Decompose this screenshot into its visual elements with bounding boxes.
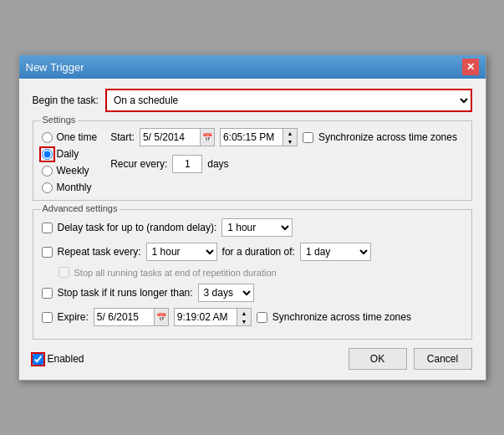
schedule-right-panel: Start: 📅 ▲ ▼ Syn xyxy=(110,128,462,193)
ok-button[interactable]: OK xyxy=(349,348,407,370)
repeat-task-select[interactable]: 1 hour 30 minutes 2 hours xyxy=(146,243,217,261)
expire-label: Expire: xyxy=(58,311,89,323)
daily-label: Daily xyxy=(57,148,79,160)
expire-time-field: ▲ ▼ xyxy=(174,308,252,326)
expire-checkbox[interactable] xyxy=(42,312,53,323)
stop-longer-select[interactable]: 3 days 1 hour 2 hours xyxy=(198,284,254,302)
new-trigger-dialog: New Trigger ✕ Begin the task: On a sched… xyxy=(18,54,486,381)
start-time-input[interactable] xyxy=(220,128,283,146)
close-button[interactable]: ✕ xyxy=(462,59,479,75)
daily-radio[interactable] xyxy=(42,149,53,160)
expire-date-input[interactable] xyxy=(94,308,154,326)
stop-running-checkbox xyxy=(59,267,69,278)
sync-timezones-label: Synchronize across time zones xyxy=(318,131,457,143)
enabled-label: Enabled xyxy=(48,353,84,365)
one-time-option[interactable]: One time xyxy=(42,131,98,143)
start-time-spinner[interactable]: ▲ ▼ xyxy=(283,128,298,146)
settings-inner: One time Daily Weekly Monthly xyxy=(42,128,463,193)
expire-time-input[interactable] xyxy=(174,308,237,326)
expire-sync-checkbox[interactable] xyxy=(257,312,267,323)
stop-longer-row: Stop task if it runs longer than: 3 days… xyxy=(42,284,463,302)
weekly-label: Weekly xyxy=(57,165,89,177)
expire-sync-label: Synchronize across time zones xyxy=(272,311,411,323)
delay-task-checkbox[interactable] xyxy=(42,223,53,233)
monthly-radio[interactable] xyxy=(42,182,53,193)
begin-task-select[interactable]: On a schedule At log on At startup xyxy=(107,90,471,110)
cancel-button[interactable]: Cancel xyxy=(414,348,472,370)
dialog-buttons: OK Cancel xyxy=(349,348,472,370)
enabled-checkbox[interactable] xyxy=(33,354,43,365)
repeat-task-row: Repeat task every: 1 hour 30 minutes 2 h… xyxy=(42,243,463,261)
monthly-option[interactable]: Monthly xyxy=(42,182,98,193)
weekly-radio[interactable] xyxy=(42,166,53,177)
time-down-icon[interactable]: ▼ xyxy=(283,137,297,146)
title-bar: New Trigger ✕ xyxy=(19,55,486,79)
time-up-icon[interactable]: ▲ xyxy=(283,129,297,137)
delay-task-row: Delay task for up to (random delay): 1 h… xyxy=(42,218,463,237)
daily-option[interactable]: Daily xyxy=(42,148,98,160)
stop-running-note: Stop all running tasks at end of repetit… xyxy=(59,267,463,278)
footer-row: Enabled OK Cancel xyxy=(33,348,472,370)
expire-time-spinner[interactable]: ▲ ▼ xyxy=(237,308,252,326)
advanced-settings-group: Advanced settings Delay task for up to (… xyxy=(33,209,472,340)
duration-label: for a duration of: xyxy=(222,246,295,258)
expire-date-field: 📅 xyxy=(94,308,169,326)
start-date-field: 📅 xyxy=(140,128,215,146)
begin-task-label: Begin the task: xyxy=(33,95,99,106)
settings-group: Settings One time Daily Weekly xyxy=(33,120,472,201)
duration-select[interactable]: 1 day 30 minutes Indefinitely xyxy=(300,243,371,261)
sync-timezones-checkbox[interactable] xyxy=(303,132,313,143)
expire-row: Expire: 📅 ▲ ▼ Synchronize across time zo… xyxy=(42,308,463,326)
advanced-group-title: Advanced settings xyxy=(40,203,120,213)
recurrence-radio-group: One time Daily Weekly Monthly xyxy=(42,128,98,193)
enabled-row: Enabled xyxy=(33,353,84,365)
start-time-field: ▲ ▼ xyxy=(220,128,298,146)
start-row: Start: 📅 ▲ ▼ Syn xyxy=(110,128,462,146)
stop-longer-label: Stop task if it runs longer than: xyxy=(58,287,193,299)
dialog-title: New Trigger xyxy=(26,61,84,74)
weekly-option[interactable]: Weekly xyxy=(42,165,98,177)
begin-task-select-wrapper: On a schedule At log on At startup xyxy=(105,89,472,112)
one-time-label: One time xyxy=(57,131,98,143)
begin-task-row: Begin the task: On a schedule At log on … xyxy=(33,89,472,112)
expire-time-up-icon[interactable]: ▲ xyxy=(237,309,251,317)
repeat-task-label: Repeat task every: xyxy=(58,246,141,258)
stop-longer-checkbox[interactable] xyxy=(42,288,53,299)
recur-value-input[interactable] xyxy=(172,155,202,173)
delay-task-label: Delay task for up to (random delay): xyxy=(58,222,217,233)
recur-row: Recur every: days xyxy=(110,155,462,173)
dialog-content: Begin the task: On a schedule At log on … xyxy=(19,79,486,380)
expire-time-down-icon[interactable]: ▼ xyxy=(237,317,251,325)
recur-label: Recur every: xyxy=(110,158,167,170)
start-label: Start: xyxy=(110,131,135,143)
monthly-label: Monthly xyxy=(57,182,92,193)
one-time-radio[interactable] xyxy=(42,132,53,143)
repeat-task-checkbox[interactable] xyxy=(42,247,53,258)
start-date-calendar-icon[interactable]: 📅 xyxy=(200,128,215,146)
settings-group-title: Settings xyxy=(40,115,79,125)
start-date-input[interactable] xyxy=(140,128,200,146)
recur-unit: days xyxy=(207,158,228,170)
stop-running-label: Stop all running tasks at end of repetit… xyxy=(74,268,277,278)
delay-task-select[interactable]: 1 hour 30 minutes 2 hours xyxy=(221,218,293,237)
expire-calendar-icon[interactable]: 📅 xyxy=(154,308,169,326)
